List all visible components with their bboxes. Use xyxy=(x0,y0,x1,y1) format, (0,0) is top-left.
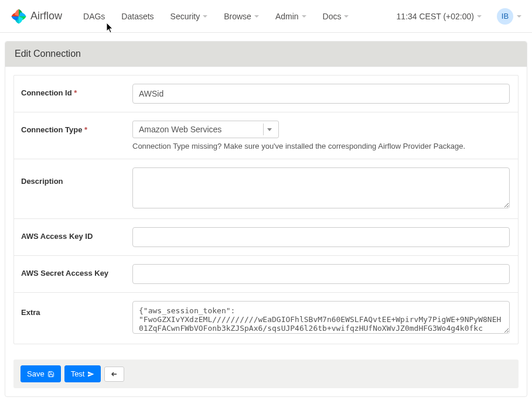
row-description: Description xyxy=(14,159,518,219)
navbar: Airflow DAGs Datasets Security Browse Ad… xyxy=(0,0,532,33)
textarea-extra[interactable] xyxy=(132,301,510,334)
input-aws-access-key-id[interactable] xyxy=(132,227,510,247)
label-connection-type: Connection Type * xyxy=(14,112,124,159)
chevron-down-icon xyxy=(254,15,259,18)
panel-title: Edit Connection xyxy=(5,42,527,67)
input-connection-id[interactable] xyxy=(132,84,510,104)
row-extra: Extra xyxy=(14,293,518,344)
arrow-left-icon xyxy=(111,371,118,378)
chevron-down-icon xyxy=(517,15,521,18)
label-description: Description xyxy=(14,159,124,218)
nav-links: DAGs Datasets Security Browse Admin Docs xyxy=(75,8,357,25)
select-connection-type[interactable]: Amazon Web Services xyxy=(132,121,279,138)
label-connection-type-text: Connection Type xyxy=(21,125,82,134)
textarea-description[interactable] xyxy=(132,167,510,208)
brand[interactable]: Airflow xyxy=(11,8,62,25)
chevron-down-icon xyxy=(302,15,306,18)
nav-dags[interactable]: DAGs xyxy=(75,8,113,25)
nav-time-label: 11:34 CEST (+02:00) xyxy=(397,12,474,21)
form-table: Connection Id * Connection Type * Amazon… xyxy=(13,75,519,344)
save-button[interactable]: Save xyxy=(21,365,61,382)
chevron-down-icon xyxy=(203,15,207,18)
label-connection-id: Connection Id * xyxy=(14,76,124,112)
help-connection-type: Connection Type missing? Make sure you'v… xyxy=(132,142,510,150)
label-extra: Extra xyxy=(14,293,124,344)
row-aws-access-key-id: AWS Access Key ID xyxy=(14,219,518,256)
panel-body: Connection Id * Connection Type * Amazon… xyxy=(5,67,527,396)
nav-browse-label: Browse xyxy=(224,12,251,21)
user-menu[interactable]: IB xyxy=(497,8,521,25)
nav-security-label: Security xyxy=(170,12,200,21)
test-button-label: Test xyxy=(71,369,85,378)
chevron-down-icon xyxy=(263,124,275,135)
save-icon xyxy=(47,371,54,378)
nav-admin-label: Admin xyxy=(275,12,299,21)
brand-text: Airflow xyxy=(30,10,62,22)
nav-browse[interactable]: Browse xyxy=(216,8,267,25)
nav-time[interactable]: 11:34 CEST (+02:00) xyxy=(391,8,487,25)
airflow-logo-icon xyxy=(11,8,27,25)
required-marker: * xyxy=(84,125,87,134)
label-aws-secret-access-key: AWS Secret Access Key xyxy=(14,256,124,292)
back-button[interactable] xyxy=(104,367,124,382)
nav-docs-label: Docs xyxy=(323,12,342,21)
nav-admin[interactable]: Admin xyxy=(267,8,315,25)
edit-connection-panel: Edit Connection Connection Id * Connecti… xyxy=(5,41,527,397)
user-badge: IB xyxy=(497,8,513,25)
row-connection-type: Connection Type * Amazon Web Services Co… xyxy=(14,112,518,159)
row-aws-secret-access-key: AWS Secret Access Key xyxy=(14,256,518,293)
nav-docs[interactable]: Docs xyxy=(315,8,357,25)
nav-datasets-label: Datasets xyxy=(121,12,154,21)
save-button-label: Save xyxy=(27,369,45,378)
nav-security[interactable]: Security xyxy=(162,8,216,25)
nav-dags-label: DAGs xyxy=(83,12,105,21)
paper-plane-icon xyxy=(87,371,94,378)
label-connection-id-text: Connection Id xyxy=(21,88,72,97)
required-marker: * xyxy=(74,88,77,97)
chevron-down-icon xyxy=(344,15,349,18)
nav-datasets[interactable]: Datasets xyxy=(113,8,162,25)
chevron-down-icon xyxy=(477,15,482,18)
input-aws-secret-access-key[interactable] xyxy=(132,264,510,284)
label-aws-access-key-id: AWS Access Key ID xyxy=(14,219,124,255)
select-connection-type-value: Amazon Web Services xyxy=(139,125,221,134)
test-button[interactable]: Test xyxy=(64,365,101,382)
row-connection-id: Connection Id * xyxy=(14,76,518,112)
form-actions: Save Test xyxy=(13,360,519,388)
